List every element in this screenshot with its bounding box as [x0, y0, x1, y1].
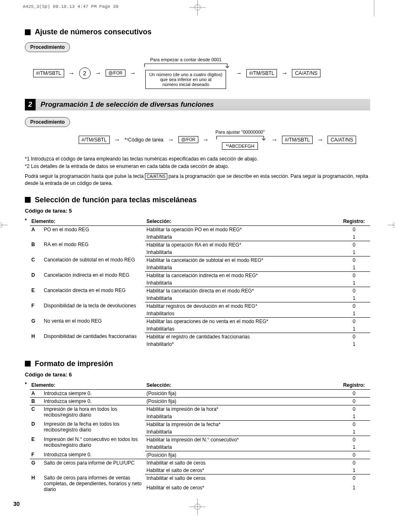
row-register: 1	[338, 310, 370, 318]
row-letter: E	[30, 436, 42, 451]
row-selection: Inhabilitarlas	[145, 325, 338, 333]
section-misc-keys: Selección de función para teclas miscelá…	[25, 196, 370, 204]
table-row: APO en el modo REGHabilitar la operación…	[30, 225, 370, 233]
bullet-icon	[25, 29, 31, 35]
row-register: 0	[338, 389, 370, 397]
row-selection: (Posición fija)	[145, 397, 338, 405]
row-element: Disponibilidad de cantidades fraccionari…	[42, 333, 145, 348]
row-selection: Habilitar la operación PO en el modo REG…	[145, 225, 338, 233]
row-element: Introduzca siempre 0.	[42, 389, 145, 397]
table-row: CImpresión de la hora en todos los recib…	[30, 405, 370, 413]
row-selection: Inhabilitar el salto de ceros	[145, 459, 338, 467]
row-letter: B	[30, 397, 42, 405]
row-element: RA en el modo REG	[42, 241, 145, 256]
abcdefgh-box: *²ABCDEFGH	[222, 142, 258, 150]
row-register: 0	[338, 405, 370, 413]
key-for: @/FOR	[106, 69, 125, 77]
key-caatns: CA/AT/NS	[145, 173, 167, 180]
th-registro: Registro:	[338, 217, 370, 226]
row-selection: Inhabilitarla	[145, 264, 338, 272]
row-selection: Inhabilitar el salto de ceros	[145, 474, 338, 484]
table-wrap-6: * Elemento: Selección: Registro: AIntrod…	[25, 380, 370, 496]
row-letter: C	[30, 256, 42, 271]
options-table-6: Elemento: Selección: Registro: AIntroduz…	[30, 381, 370, 494]
section-title: Programación 1 de selección de diversas …	[41, 101, 214, 109]
crop-mark-right	[388, 217, 395, 235]
row-letter: H	[30, 333, 42, 348]
arrow-right-icon: →	[95, 69, 101, 77]
row-register: 0	[338, 397, 370, 405]
th-seleccion: Selección:	[145, 381, 338, 390]
table-row: AIntroduzca siempre 0.(Posición fija)0	[30, 389, 370, 397]
row-selection: Inhabilitarla	[145, 413, 338, 421]
row-selection: Habilitar la impresión de la fecha*	[145, 420, 338, 428]
flow-branch: Para ajustar "00000000" *²ABCDEFGH	[213, 129, 267, 150]
row-register: 0	[338, 225, 370, 233]
key-tmsbtl: #/TM/SBTL	[33, 69, 64, 77]
table-row: EImpresión del N.° consecutivo en todos …	[30, 436, 370, 443]
row-element: Cancelación indirecta en el modo REG	[42, 271, 145, 287]
table-row: FDisponibilidad de la tecla de devolucio…	[30, 302, 370, 310]
row-register: 0	[338, 474, 370, 484]
row-selection: Habilitar el salto de ceros*	[145, 484, 338, 494]
row-selection: Inhabilitarla	[145, 233, 338, 241]
row-selection: Habilitar la cancelación directa en el m…	[145, 287, 338, 295]
row-register: 0	[338, 241, 370, 249]
row-register: 1	[338, 484, 370, 494]
row-element: PO en el modo REG	[42, 225, 145, 241]
row-register: 1	[338, 340, 370, 348]
arrow-right-icon: →	[281, 69, 288, 77]
flow-branch: Para empezar a contar desde 0001 Un núme…	[140, 57, 231, 89]
flow-consecutive: #/TM/SBTL → 2 → @/FOR → Para empezar a c…	[33, 57, 370, 89]
section-number: 2	[25, 99, 36, 110]
number-range-box: Un número (de uno a cuatro dígitos) que …	[145, 70, 226, 89]
section-programming-1: 2 Programación 1 de selección de diversa…	[25, 99, 370, 110]
th-elemento: Elemento:	[30, 217, 145, 226]
row-letter: C	[30, 405, 42, 420]
table-row: HDisponibilidad de cantidades fraccionar…	[30, 333, 370, 340]
row-letter: D	[30, 271, 42, 287]
row-register: 1	[338, 428, 370, 436]
row-element: Introduzca siempre 0.	[42, 397, 145, 405]
arrow-right-icon: →	[202, 136, 209, 144]
row-register: 0	[338, 271, 370, 279]
arrow-right-icon: →	[317, 136, 323, 144]
row-selection: Habilitar el registro de cantidades frac…	[145, 333, 338, 340]
row-element: Introduzca siempre 0.	[42, 451, 145, 459]
box-line: Un número (de uno a cuatro dígitos)	[149, 72, 222, 77]
section-title: Ajuste de números consecutivos	[35, 28, 152, 36]
row-letter: G	[30, 317, 42, 333]
row-selection: Inhabilitarla	[145, 443, 338, 451]
arrow-right-icon: →	[236, 69, 242, 77]
table-row: BIntroduzca siempre 0.(Posición fija)0	[30, 397, 370, 405]
table-row: GSalto de ceros para informe de PLU/UPCI…	[30, 459, 370, 467]
row-letter: G	[30, 459, 42, 474]
row-register: 0	[338, 451, 370, 459]
key-tmsbtl: #/TM/SBTL	[79, 136, 110, 144]
row-register: 1	[338, 279, 370, 287]
note-text: Podrá seguir la programación hasta que p…	[25, 173, 145, 179]
key-for: @/FOR	[178, 136, 198, 143]
section-title: Selección de función para teclas miscelá…	[35, 196, 197, 204]
arrow-right-icon: →	[168, 136, 174, 144]
table-row: GNo venta en el modo REGHabilitar las op…	[30, 317, 370, 325]
arrow-right-icon: →	[130, 69, 136, 77]
row-selection: Inhabilitarla	[145, 428, 338, 436]
row-letter: H	[30, 474, 42, 493]
procedure-pill: Procedimiento	[25, 42, 70, 52]
branch-label: Para ajustar "00000000"	[215, 129, 265, 134]
key-caatns: CA/AT/NS	[328, 136, 356, 144]
row-element: Cancelación directa en el modo REG	[42, 287, 145, 302]
row-selection: Inhabilitarla	[145, 279, 338, 287]
row-selection: Inhabilitarlo*	[145, 340, 338, 348]
section-print-format: Formato de impresión	[25, 359, 370, 368]
row-selection: Habilitar la impresión del N.° consecuti…	[145, 436, 338, 443]
row-register: 0	[338, 302, 370, 310]
row-register: 1	[338, 443, 370, 451]
row-selection: Inhabilitarla	[145, 249, 338, 256]
note-2: *2 Los detalles de la entrada de datos s…	[25, 163, 370, 170]
row-letter: F	[30, 451, 42, 459]
table-row: DImpresión de la fecha en todos los reci…	[30, 420, 370, 428]
crop-mark-left	[0, 217, 7, 235]
row-selection: (Posición fija)	[145, 451, 338, 459]
